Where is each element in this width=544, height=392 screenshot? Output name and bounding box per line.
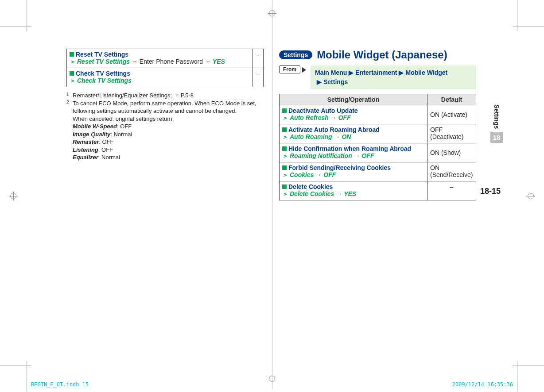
side-tab: Settings 18 [490, 104, 503, 143]
chapter-number: 18 [490, 132, 503, 143]
widget-settings-table: Setting/Operation Default Deactivate Aut… [279, 94, 476, 200]
page-content: Reset TV Settings ＞Reset TV Settings → E… [66, 49, 474, 367]
setting-path: Check TV Settings [77, 77, 132, 84]
setting-title: Check TV Settings [76, 70, 130, 77]
footnote-text: To cancel ECO Mode, perform same operati… [73, 100, 264, 115]
table-row: Check TV Settings ＞Check TV Settings – [67, 68, 264, 87]
default-value: ON (Activate) [427, 105, 476, 124]
table-row: Forbid Sending/Receiving Cookies ＞Cookie… [280, 162, 476, 181]
setting-title: Reset TV Settings [76, 51, 128, 58]
bullet-icon [282, 165, 287, 170]
left-column: Reset TV Settings ＞Reset TV Settings → E… [66, 49, 264, 161]
default-value: OFF (Deactivate) [427, 124, 476, 143]
chevron-icon: ＞ [70, 77, 76, 84]
table-row: Reset TV Settings ＞Reset TV Settings → E… [67, 49, 264, 68]
print-footer: BEGIN_E_OI.indb 15 2009/12/14 16:35:36 [31, 381, 513, 388]
tv-settings-table: Reset TV Settings ＞Reset TV Settings → E… [66, 49, 264, 87]
footer-right: 2009/12/14 16:35:36 [452, 381, 513, 388]
footnote-text: Remaster/Listening/Equalizer Settings: [73, 92, 172, 99]
side-label: Settings [493, 104, 500, 129]
breadcrumb: Main Menu▶Entertainment▶Mobile Widget▶Se… [311, 65, 476, 89]
page-number: 18-15 [480, 187, 501, 196]
table-row: Delete Cookies ＞Delete Cookies → YES – [280, 181, 476, 200]
default-value: – [253, 49, 263, 68]
table-row: Deactivate Auto Update ＞Auto Refresh → O… [280, 105, 476, 124]
default-value: – [253, 68, 263, 87]
page-ref: P.5-8 [181, 92, 194, 99]
default-value: – [427, 181, 476, 200]
section-pill: Settings [279, 50, 312, 59]
bullet-icon [70, 52, 74, 57]
table-row: Activate Auto Roaming Abroad ＞Auto Roami… [280, 124, 476, 143]
column-header: Default [427, 94, 476, 105]
footnote-text: When canceled, original settings return. [73, 115, 264, 123]
navigation-path: From Main Menu▶Entertainment▶Mobile Widg… [279, 65, 476, 89]
table-row: Hide Confirmation when Roaming Abroad ＞R… [280, 143, 476, 162]
section-title: Mobile Widget (Japanese) [317, 49, 447, 61]
bullet-icon [282, 108, 287, 113]
default-value: ON (Show) [427, 143, 476, 162]
setting-path: Reset TV Settings [77, 58, 130, 65]
bullet-icon [282, 146, 287, 151]
right-column: Settings Mobile Widget (Japanese) From M… [279, 49, 476, 200]
footer-left: BEGIN_E_OI.indb 15 [31, 381, 89, 388]
bullet-icon [282, 127, 287, 132]
footnotes: 1 Remaster/Listening/Equalizer Settings:… [66, 92, 264, 161]
triangle-icon [302, 67, 306, 73]
default-value: ON (Send/Receive) [427, 162, 476, 181]
column-header: Setting/Operation [280, 94, 427, 105]
bullet-icon [282, 184, 287, 189]
hand-icon: ☞ [173, 91, 181, 100]
bullet-icon [70, 71, 74, 76]
chevron-icon: ＞ [70, 58, 76, 65]
section-header: Settings Mobile Widget (Japanese) [279, 49, 476, 61]
from-label: From [279, 65, 300, 73]
